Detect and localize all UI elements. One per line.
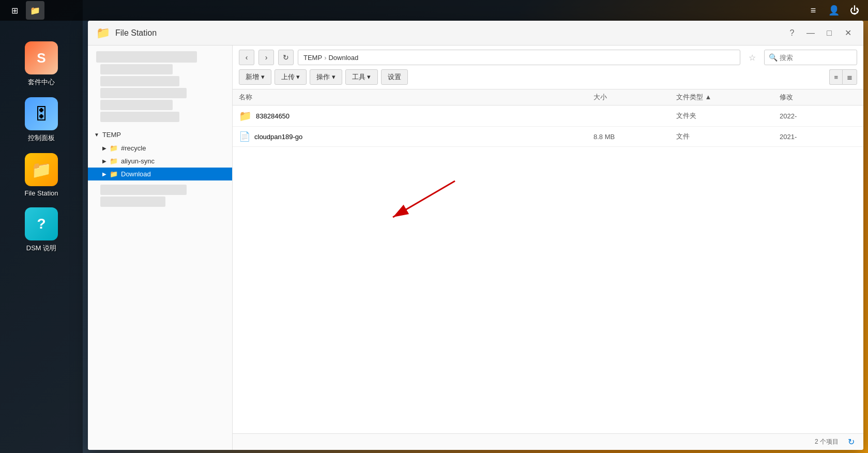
sidebar-download-label: Download (121, 170, 151, 178)
suite-icon: S (25, 41, 58, 74)
folder-icon: 📁 (239, 110, 252, 122)
sidebar-blurred-8 (100, 197, 165, 207)
sidebar-blurred-5 (100, 100, 173, 110)
sidebar-recycle-item[interactable]: ▶ 📁 #recycle (88, 142, 232, 155)
sidebar-recycle-label: #recycle (121, 144, 146, 152)
col-type-header[interactable]: 文件类型 ▲ (676, 93, 780, 102)
sidebar-blurred-3 (100, 76, 179, 86)
sidebar-aliyun-item[interactable]: ▶ 📁 aliyun-sync (88, 155, 232, 168)
nav-bar: ‹ › ↻ TEMP › Download ☆ 🔍 (239, 50, 857, 65)
status-bar: 2 个项目 ↻ (233, 433, 863, 450)
file-type-cell-2: 文件 (676, 132, 780, 141)
suite-label: 套件中心 (28, 78, 55, 87)
sidebar: ▼ TEMP ▶ 📁 #recycle ▶ 📁 aliyun-sync ▶ 📁 … (88, 46, 233, 450)
taskbar-top-left: ⊞ 📁 (5, 1, 44, 20)
table-row[interactable]: 📁 838284650 文件夹 2022- (233, 105, 863, 127)
file-list: 名称 大小 文件类型 ▲ 修改 📁 838284650 文件夹 2022- (233, 89, 863, 433)
upload-button[interactable]: 上传 ▾ (275, 69, 307, 85)
desktop-icon-filestation[interactable]: 📁 File Station (16, 153, 67, 197)
help-button[interactable]: ? (785, 26, 799, 40)
taskbar-top-right: ≡ 👤 ⏻ (805, 2, 863, 19)
col-name-header: 名称 (239, 93, 593, 102)
sidebar-blurred-1 (96, 51, 197, 63)
desktop-icon-dsm[interactable]: ? DSM 说明 (16, 207, 67, 253)
taskbar-user-icon[interactable]: 👤 (826, 2, 842, 19)
recycle-icon: 📁 (110, 144, 118, 152)
refresh-button[interactable]: ↻ (278, 50, 294, 65)
list-view-button[interactable]: ≡ (829, 69, 842, 85)
file-name-text: 838284650 (256, 112, 290, 120)
window-titlebar: 📁 File Station ? — □ ✕ (88, 21, 863, 46)
sidebar-temp-header[interactable]: ▼ TEMP (88, 128, 232, 142)
window-title-left: 📁 File Station (96, 26, 157, 40)
taskbar-settings-icon[interactable]: ≡ (805, 2, 821, 19)
file-date-cell-2: 2021- (780, 133, 857, 141)
window-body: ▼ TEMP ▶ 📁 #recycle ▶ 📁 aliyun-sync ▶ 📁 … (88, 46, 863, 450)
action-button[interactable]: 操作 ▾ (310, 69, 342, 85)
window-controls: ? — □ ✕ (785, 26, 855, 40)
path-separator: › (324, 54, 326, 62)
file-type-cell: 文件夹 (676, 111, 780, 120)
file-size-cell-2: 8.8 MB (593, 133, 676, 141)
sidebar-blurred-4 (100, 88, 187, 98)
file-name-text-2: cloudpan189-go (254, 133, 302, 141)
file-icon: 📄 (239, 131, 250, 142)
sidebar-blurred-7 (100, 185, 187, 195)
desktop-icon-suite[interactable]: S 套件中心 (16, 41, 67, 87)
download-icon: 📁 (110, 170, 118, 178)
settings-button[interactable]: 设置 (381, 69, 408, 85)
path-root: TEMP (303, 54, 322, 62)
taskbar-top: ⊞ 📁 ≡ 👤 ⏻ (0, 0, 868, 21)
arrow-right-icon-3: ▶ (102, 171, 106, 177)
search-bar[interactable]: 🔍 (764, 50, 857, 65)
sidebar-aliyun-label: aliyun-sync (121, 157, 155, 165)
dsm-label: DSM 说明 (26, 244, 57, 253)
control-label: 控制面板 (28, 133, 55, 143)
back-button[interactable]: ‹ (239, 50, 254, 65)
status-refresh-button[interactable]: ↻ (845, 436, 857, 448)
arrow-right-icon: ▶ (102, 145, 106, 151)
sidebar-blurred-2 (100, 64, 173, 74)
forward-button[interactable]: › (258, 50, 274, 65)
desktop: ⊞ 📁 ≡ 👤 ⏻ S 套件中心 🎛 控制面板 📁 File Station ?… (0, 0, 868, 453)
status-count: 2 个项目 (815, 437, 839, 446)
maximize-button[interactable]: □ (822, 26, 836, 40)
view-buttons: ≡ ≣ (829, 69, 857, 85)
detail-view-button[interactable]: ≣ (842, 69, 857, 85)
filestation-window: 📁 File Station ? — □ ✕ (88, 21, 863, 450)
col-modified-header: 修改 (780, 93, 857, 102)
tools-button[interactable]: 工具 ▾ (345, 69, 378, 85)
minimize-button[interactable]: — (803, 26, 818, 40)
col-size-header: 大小 (593, 93, 676, 102)
filestation-label: File Station (24, 189, 58, 197)
taskbar-power-icon[interactable]: ⏻ (846, 2, 863, 19)
taskbar-left: S 套件中心 🎛 控制面板 📁 File Station ? DSM 说明 (0, 0, 83, 453)
action-bar: 新增 ▾ 上传 ▾ 操作 ▾ 工具 ▾ 设置 ≡ ≣ (239, 69, 857, 85)
arrow-right-icon-2: ▶ (102, 158, 106, 164)
sidebar-blurred-6 (100, 112, 179, 122)
file-name-cell: 📁 838284650 (239, 110, 593, 122)
close-button[interactable]: ✕ (841, 26, 855, 40)
path-bar[interactable]: TEMP › Download (298, 50, 740, 65)
window-title-icon: 📁 (96, 26, 110, 40)
path-child: Download (328, 54, 358, 62)
toolbar-area: ‹ › ↻ TEMP › Download ☆ 🔍 (233, 46, 863, 89)
search-icon: 🔍 (769, 53, 778, 62)
window-title-text: File Station (115, 28, 157, 38)
file-list-header: 名称 大小 文件类型 ▲ 修改 (233, 89, 863, 105)
star-button[interactable]: ☆ (744, 50, 760, 65)
aliyun-icon: 📁 (110, 157, 118, 165)
file-name-cell-2: 📄 cloudpan189-go (239, 131, 593, 142)
file-date-cell: 2022- (780, 112, 857, 120)
table-row[interactable]: 📄 cloudpan189-go 8.8 MB 文件 2021- (233, 127, 863, 147)
search-input[interactable] (780, 54, 852, 62)
new-button[interactable]: 新增 ▾ (239, 69, 271, 85)
filestation-taskbar-btn[interactable]: 📁 (26, 1, 44, 20)
dsm-icon: ? (25, 207, 58, 240)
desktop-icon-control[interactable]: 🎛 控制面板 (16, 97, 67, 143)
control-icon: 🎛 (25, 97, 58, 130)
grid-icon[interactable]: ⊞ (5, 1, 24, 20)
filestation-icon: 📁 (25, 153, 58, 186)
sidebar-download-item[interactable]: ▶ 📁 Download (88, 168, 232, 180)
main-content: ‹ › ↻ TEMP › Download ☆ 🔍 (233, 46, 863, 450)
